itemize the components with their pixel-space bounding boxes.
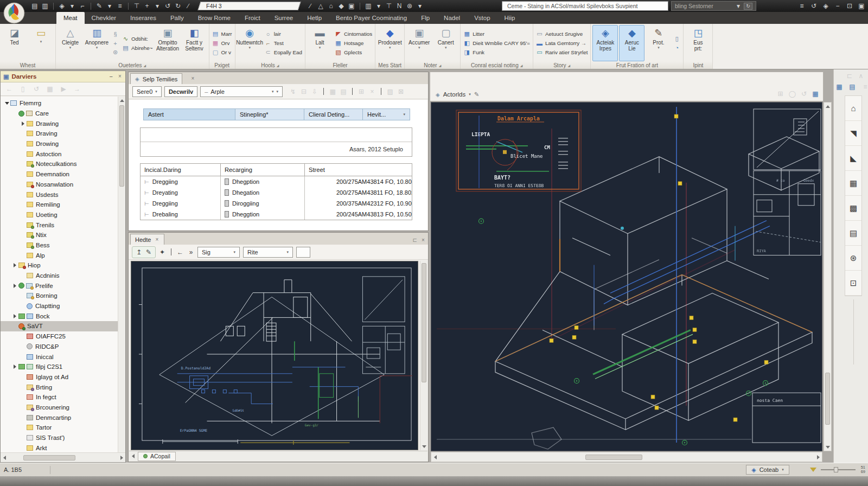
ribbon-tab-hetlp[interactable]: Hetlp	[300, 12, 329, 24]
view-title-caret[interactable]	[469, 92, 471, 97]
search-go-icon[interactable]: ↻	[744, 3, 752, 10]
ribbon-tab-bento-payer-coominating[interactable]: Bento Payer Coominating	[329, 12, 414, 24]
group-dialog-launcher[interactable]	[277, 63, 279, 67]
send-icon[interactable]: ◣	[845, 146, 861, 171]
ribbon-button-eus[interactable]: ◳Eusprt:	[685, 25, 711, 61]
tree-item-savt[interactable]: SaVT	[1, 321, 118, 331]
ribbon-button-anopnere[interactable]: ▥Anopnere▾	[84, 25, 110, 61]
tree-item-drowing[interactable]: Drowing	[1, 139, 118, 149]
back-icon[interactable]: ←	[6, 85, 12, 93]
tree-item-noteculkations[interactable]: Noteculkations	[1, 159, 118, 169]
column-filter-caret[interactable]	[403, 112, 405, 117]
ribbon-button-orv[interactable]: ▦Orv	[212, 39, 232, 48]
document-icon[interactable]: ▤	[845, 221, 861, 246]
tree-item-tartor[interactable]: Tartor	[1, 423, 118, 433]
redo-icon[interactable]: ↻	[175, 2, 181, 10]
add-caret-icon[interactable]: ▾	[154, 2, 161, 10]
filter-icon[interactable]	[810, 468, 816, 472]
table-row[interactable]: ⊢DreyatingDhegation200/275AM43811 FO, 18…	[141, 187, 412, 198]
column-header-clieral-deting[interactable]: Clieral Deting...	[304, 108, 363, 120]
dock-icon[interactable]: ⊏	[846, 72, 853, 80]
tree-item-iniccal[interactable]: Iniccal	[1, 351, 118, 362]
ribbon-button-ompitto[interactable]: ▣OmpittoAlteration	[155, 25, 181, 61]
pen-caret-icon[interactable]: ▾	[106, 2, 113, 10]
grid-icon[interactable]: ▦	[329, 87, 336, 96]
ribbon-tab-chevkler[interactable]: Chevkler	[85, 12, 123, 24]
schedule-tab-close[interactable]	[190, 75, 195, 81]
ribbon-tab-pally[interactable]: Pally	[163, 12, 191, 24]
group-dialog-launcher[interactable]	[568, 63, 571, 67]
insert-icon[interactable]: ⇩	[311, 87, 318, 96]
tree-item-hiop[interactable]: Hiop	[1, 260, 118, 271]
model-3d-canvas[interactable]: Dalam Arcapla LIEPTA CM Blicet Mane BAYT…	[431, 102, 822, 451]
tee-icon[interactable]: ⊤	[386, 2, 392, 10]
ribbon-button-lalt[interactable]: ▬Lalt▾	[307, 25, 333, 61]
tree-item-bess[interactable]: Bess	[1, 240, 118, 251]
table-icon[interactable]: ▦	[836, 82, 843, 91]
card-icon[interactable]: ▥	[365, 2, 372, 10]
ribbon-button-rariv-atier-stryrlet[interactable]: ▭Rariv atier Stryrlet	[536, 48, 588, 57]
undo-icon[interactable]: ↺	[164, 2, 171, 10]
ribbon-button-aetuuct-srugive[interactable]: ▭Aetuuct Srugive	[536, 30, 588, 39]
tab-acopail[interactable]: ACopail	[138, 452, 176, 461]
panel-close-button[interactable]	[117, 73, 123, 80]
ribbon-button-prodoaret[interactable]: ◆Prodoaret▾	[377, 25, 403, 61]
wheel-icon[interactable]: ⊛	[845, 246, 861, 271]
ribbon-button-ted[interactable]: ◪Ted	[2, 25, 27, 61]
table-row[interactable]: ⊢DrebalingDheggtion200/245AM43813 FO, 10…	[141, 209, 412, 220]
tree-item-in-fegct[interactable]: In fegct	[1, 392, 118, 402]
column-header-stinepling[interactable]: Stinepling*	[235, 108, 304, 120]
tree-expand-icon[interactable]	[4, 102, 10, 105]
project-browser-titlebar[interactable]: ▣ Darviers	[1, 71, 125, 82]
app-logo[interactable]	[2, 1, 26, 24]
search-box[interactable]: bling Sestorner ▾↻	[671, 1, 756, 11]
ribbon-button-lair[interactable]: ○lair	[265, 30, 302, 39]
float-panel-icon[interactable]	[413, 237, 417, 243]
ribbon-button-gear-icon[interactable]: ⊛	[112, 48, 119, 57]
list-icon[interactable]: ▤	[849, 82, 856, 91]
edit-icon[interactable]: ✎	[474, 91, 480, 98]
grid-icon[interactable]: ▣	[348, 2, 355, 10]
borders-icon[interactable]: ⊠	[398, 87, 404, 96]
hammer-icon[interactable]: ↯	[290, 87, 296, 96]
tree-item-uoeting[interactable]: Uoeting	[1, 210, 118, 220]
rotate-icon[interactable]: ↺	[801, 89, 807, 98]
tree-item-borning[interactable]: Borning	[1, 291, 118, 301]
ribbon-button-funk[interactable]: ◨Funk	[463, 48, 530, 57]
forward-icon[interactable]: →	[74, 85, 80, 93]
search-input-value[interactable]: bling Sestorner	[675, 3, 732, 9]
pen-icon[interactable]: ✎	[96, 2, 103, 10]
grid-icon[interactable]: ▦	[845, 171, 861, 196]
key-icon[interactable]: ✎	[145, 248, 152, 257]
tree-item-arkt[interactable]: Arkt	[1, 443, 118, 452]
tree-item-trenils[interactable]: Trenils	[1, 220, 118, 230]
browser-vertical-scrollbar[interactable]	[118, 97, 125, 452]
home-icon[interactable]: ⌂	[845, 96, 861, 121]
shade-icon[interactable]: ▨	[387, 87, 393, 96]
gear-caret-icon[interactable]: ▾	[417, 2, 423, 10]
ribbon-button-abirehe[interactable]: ▤Abirehe~	[122, 43, 153, 52]
card-caret-icon[interactable]: ▾	[375, 2, 382, 10]
tree-item-alp[interactable]: Alp	[1, 250, 118, 260]
ribbon-button-select-icon[interactable]: ▭▾	[28, 25, 54, 61]
ribbon-button-acteiak[interactable]: ◈ActeiakIrpes	[592, 25, 618, 61]
tree-item-ntix[interactable]: Ntix	[1, 230, 118, 240]
ribbon-button-clip-icon[interactable]: §	[112, 30, 119, 39]
rite-combo[interactable]: Rite	[243, 247, 293, 258]
region-icon[interactable]: ◈	[59, 2, 65, 10]
model-vertical-scrollbar[interactable]	[824, 102, 832, 451]
tree-item-acdninis[interactable]: Acdninis	[1, 271, 118, 281]
ribbon-button-hotsage[interactable]: ▦Hotsage	[335, 39, 372, 48]
add-icon[interactable]: +	[144, 2, 150, 10]
tree-item-ftemrrg[interactable]: Ftemrrg	[1, 98, 118, 108]
tree-expand-icon[interactable]	[12, 364, 18, 369]
box-icon[interactable]: ⊡	[845, 271, 861, 296]
ribbon-tab-vstop[interactable]: Vstop	[467, 12, 497, 24]
tree-item-care[interactable]: Care	[1, 108, 118, 119]
window-icon[interactable]: ▣	[858, 2, 865, 10]
tree-item-filpj-c2s1[interactable]: filpj C2S1	[1, 362, 118, 372]
collaborate-control[interactable]: ◈ Coteab	[746, 465, 789, 475]
tree-item-denmcartinp[interactable]: Denmcartinp	[1, 412, 118, 423]
tree-item-brcounering[interactable]: Brcounering	[1, 402, 118, 413]
tree-item-sis-trast[interactable]: SIS Trast')	[1, 433, 118, 443]
